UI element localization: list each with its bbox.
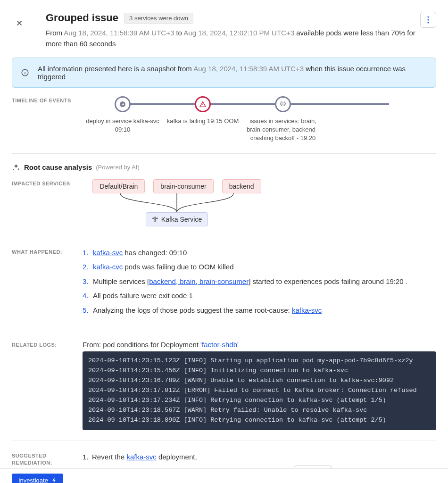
time-range-subtitle: From Aug 18, 2024, 11:58:39 AM UTC+3 to … xyxy=(46,28,420,49)
lightning-icon xyxy=(52,477,57,483)
investigate-button[interactable]: Investigate xyxy=(12,474,63,483)
what-happened-label: WHAT HAPPENED: xyxy=(12,248,83,320)
svg-point-6 xyxy=(155,218,156,219)
brain-icon xyxy=(275,96,291,112)
divider xyxy=(12,237,436,237)
svg-point-9 xyxy=(157,217,158,218)
impacted-service-pill[interactable]: Default/Brain xyxy=(92,179,145,193)
divider xyxy=(12,153,436,154)
svg-point-2 xyxy=(427,22,429,23)
more-vertical-icon xyxy=(427,16,429,24)
list-item: Multiple services [backend, brain, brain… xyxy=(83,276,436,287)
timeline-connector xyxy=(130,103,389,105)
dependency-connector xyxy=(92,193,262,212)
sparkle-icon xyxy=(12,163,20,172)
snapshot-info-banner: All information presented here is a snap… xyxy=(12,58,436,88)
close-icon xyxy=(15,19,24,27)
service-link[interactable]: kafka-svc xyxy=(126,453,156,461)
log-source: From: pod conditions for Deployment 'fac… xyxy=(83,341,436,349)
service-link[interactable]: kafka-svc xyxy=(292,306,322,314)
svg-point-5 xyxy=(155,217,156,217)
svg-point-1 xyxy=(427,19,429,20)
page-title: Grouped issue xyxy=(46,12,118,24)
timeline-label: TIMELINE OF EVENTS xyxy=(12,96,83,143)
close-button[interactable] xyxy=(12,16,27,31)
dependency-service-pill[interactable]: Kafka Service xyxy=(146,212,208,226)
deployment-link[interactable]: factor-shdb xyxy=(202,341,237,349)
service-link[interactable]: kafka-svc xyxy=(93,249,123,257)
service-link[interactable]: kafka-cvc xyxy=(93,263,123,271)
log-output: 2024-09-10T14:23:15.123Z [INFO] Starting… xyxy=(83,351,436,430)
impacted-service-pill[interactable]: backend xyxy=(222,179,261,193)
impacted-label: IMPACTED SERVICES xyxy=(12,179,83,226)
kafka-icon xyxy=(152,216,158,223)
related-logs-label: RELATED LOGS: xyxy=(12,341,83,430)
list-item: kafka-cvc pods was failing due to OOM ki… xyxy=(83,262,436,273)
services-down-badge: 3 services were down xyxy=(124,13,193,24)
more-menu-button[interactable] xyxy=(420,12,436,28)
footer-bar: Investigate xyxy=(0,468,448,483)
service-link[interactable]: backend, brain, brain-consumer xyxy=(149,277,249,285)
divider xyxy=(12,330,436,330)
list-item: kafka-svc has changed: 09:10 xyxy=(83,248,436,258)
svg-point-7 xyxy=(155,220,156,221)
divider xyxy=(12,441,436,441)
svg-point-0 xyxy=(427,16,429,17)
what-happened-list: kafka-svc has changed: 09:10 kafka-cvc p… xyxy=(83,248,436,316)
impacted-service-pill[interactable]: brain-consumer xyxy=(153,179,213,193)
list-item: Revert the kafka-svc deployment, xyxy=(83,451,436,463)
rca-title: Root cause analysis xyxy=(24,163,92,171)
alert-icon xyxy=(195,96,211,112)
info-icon xyxy=(21,68,29,77)
list-item: Analyzing the logs of those pods suggest… xyxy=(83,305,436,316)
list-item: All pods failure were exit code 1 xyxy=(83,291,436,301)
svg-point-8 xyxy=(153,217,154,218)
rca-powered-by: (Powered by AI) xyxy=(96,164,140,171)
deploy-icon xyxy=(115,96,131,112)
